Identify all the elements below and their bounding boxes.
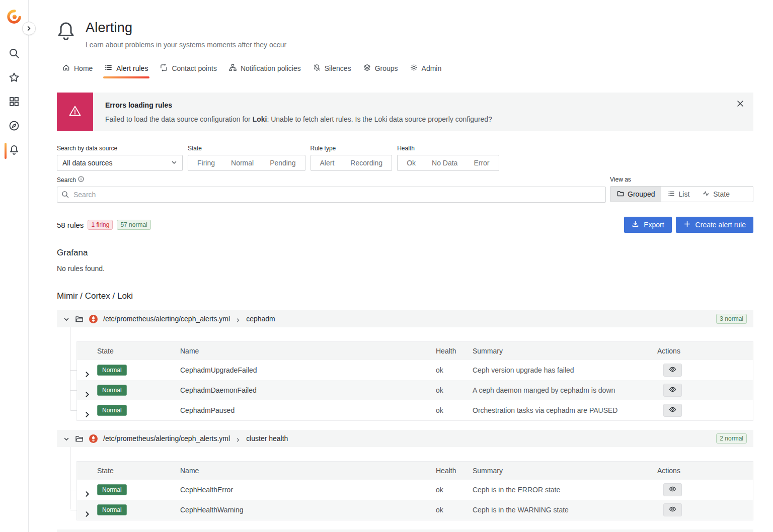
rule-health: ok — [436, 386, 473, 394]
eye-icon — [669, 386, 676, 395]
rule-group-name[interactable]: cluster health — [246, 434, 288, 442]
chevron-right-icon[interactable] — [84, 371, 91, 378]
sidebar-item-search[interactable] — [0, 42, 28, 66]
view-rule-button[interactable] — [663, 384, 682, 397]
group-normal-badge: 2 normal — [716, 433, 747, 444]
sitemap-icon — [229, 64, 237, 73]
download-icon — [632, 220, 639, 229]
create-alert-rule-button[interactable]: Create alert rule — [676, 217, 753, 233]
view-rule-button[interactable] — [663, 364, 682, 377]
view-as-list-button[interactable]: List — [661, 187, 696, 202]
eye-icon — [669, 406, 676, 415]
chevron-right-icon[interactable] — [84, 491, 91, 497]
state-badge: Normal — [97, 484, 127, 495]
table-row: Normal CephadmUpgradeFailed ok Ceph vers… — [77, 360, 753, 380]
normal-count-badge: 57 normal — [117, 220, 150, 230]
view-rule-button[interactable] — [663, 404, 682, 417]
pulse-icon — [703, 190, 710, 199]
tab-silences[interactable]: Silences — [307, 61, 357, 77]
view-as-grouped-button[interactable]: Grouped — [610, 187, 661, 202]
folder-open-icon — [75, 315, 84, 323]
section-title-mimir: Mimir / Cortex / Loki — [57, 291, 753, 301]
chevron-right-icon[interactable] — [84, 411, 91, 418]
tab-contact-points[interactable]: Contact points — [154, 61, 222, 77]
main-content: Alerting Learn about problems in your sy… — [29, 0, 773, 532]
rule-summary: Ceph version upgrade has failed — [473, 366, 657, 374]
chevron-down-icon[interactable] — [63, 316, 69, 322]
rule-name: CephadmPaused — [180, 406, 436, 414]
tab-alert-rules[interactable]: Alert rules — [99, 61, 153, 77]
rule-health: ok — [436, 506, 473, 514]
rule-group-header-cluster-health: /etc/prometheus/alerting/ceph_alerts.yml… — [57, 430, 753, 447]
error-banner: Errors loading rules Failed to load the … — [57, 93, 753, 131]
state-filter: State Firing Normal Pending — [188, 145, 305, 171]
health-filter-nodata[interactable]: No Data — [424, 155, 466, 170]
table-header: State Name Health Summary Actions — [77, 462, 753, 480]
rule-name: CephHealthWarning — [180, 506, 436, 514]
grafana-logo-icon[interactable] — [7, 9, 22, 24]
sidebar-expand-button[interactable] — [22, 22, 36, 35]
state-filter-firing[interactable]: Firing — [189, 155, 223, 170]
error-banner-accent — [57, 93, 93, 131]
chevron-down-icon[interactable] — [63, 435, 69, 441]
rule-type-alert[interactable]: Alert — [312, 155, 343, 170]
apps-grid-icon — [9, 96, 20, 109]
view-as-state-button[interactable]: State — [696, 187, 736, 202]
filter-bar: Search by data source All data sources S… — [57, 145, 753, 171]
search-input[interactable] — [57, 187, 606, 203]
state-badge: Normal — [97, 365, 127, 376]
sidebar-item-alerting[interactable] — [0, 139, 28, 163]
gear-icon — [410, 64, 418, 73]
chevron-right-icon[interactable] — [84, 511, 91, 517]
rule-summary: Ceph is in the WARNING state — [473, 506, 657, 514]
table-row: Normal CephHealthWarning ok Ceph is in t… — [77, 500, 753, 520]
rule-group-file[interactable]: /etc/prometheus/alerting/ceph_alerts.yml — [103, 434, 230, 442]
tab-groups[interactable]: Groups — [358, 61, 404, 77]
alerting-bell-icon — [57, 21, 75, 42]
info-circle-icon — [78, 176, 84, 184]
datasource-select[interactable]: All data sources — [57, 155, 183, 171]
export-button[interactable]: Export — [624, 217, 671, 233]
sidebar-item-explore[interactable] — [0, 115, 28, 139]
search-icon — [9, 48, 20, 61]
chevron-right-icon[interactable] — [84, 391, 91, 398]
sidebar-item-starred[interactable] — [0, 66, 28, 91]
rule-group-file[interactable]: /etc/prometheus/alerting/ceph_alerts.yml — [103, 315, 230, 323]
sidebar-item-dashboards[interactable] — [0, 91, 28, 115]
warning-triangle-icon — [68, 105, 82, 120]
state-badge: Normal — [97, 385, 127, 396]
rule-summary: Ceph is in the ERROR state — [473, 486, 657, 494]
rule-group-header-cephadm: /etc/prometheus/alerting/ceph_alerts.yml… — [57, 310, 753, 327]
close-icon[interactable] — [736, 99, 745, 108]
rule-type-recording[interactable]: Recording — [342, 155, 391, 170]
view-rule-button[interactable] — [663, 503, 682, 516]
no-rules-message: No rules found. — [57, 264, 753, 273]
tab-admin[interactable]: Admin — [405, 61, 447, 77]
rule-group-name[interactable]: cephadm — [246, 315, 275, 323]
star-icon — [9, 72, 20, 85]
view-as-block: View as Grouped List State — [610, 176, 753, 203]
rule-type-filter-label: Rule type — [311, 145, 393, 152]
state-filter-group: Firing Normal Pending — [188, 155, 305, 171]
rule-group-table-cephadm: State Name Health Summary Actions Normal… — [76, 341, 753, 421]
rule-group-table-cluster-health: State Name Health Summary Actions Normal… — [76, 461, 753, 520]
table-row: Normal CephadmPaused ok Orchestration ta… — [77, 400, 753, 420]
folder-open-icon — [75, 434, 84, 443]
health-filter-ok[interactable]: Ok — [399, 155, 424, 170]
state-filter-pending[interactable]: Pending — [262, 155, 303, 170]
tab-notification-policies[interactable]: Notification policies — [223, 61, 306, 77]
table-header: State Name Health Summary Actions — [77, 342, 753, 360]
chevron-right-icon — [236, 316, 241, 321]
state-badge: Normal — [97, 405, 127, 416]
bell-icon — [9, 144, 20, 157]
state-filter-label: State — [188, 145, 305, 152]
state-filter-normal[interactable]: Normal — [223, 155, 262, 170]
search-label: Search — [57, 176, 606, 184]
health-filter: Health Ok No Data Error — [397, 145, 499, 171]
tab-home[interactable]: Home — [57, 61, 98, 77]
sidebar — [0, 0, 29, 532]
view-rule-button[interactable] — [663, 483, 682, 496]
page-header: Alerting Learn about problems in your sy… — [57, 20, 753, 49]
rule-name: CephadmDaemonFailed — [180, 386, 436, 394]
health-filter-error[interactable]: Error — [466, 155, 497, 170]
